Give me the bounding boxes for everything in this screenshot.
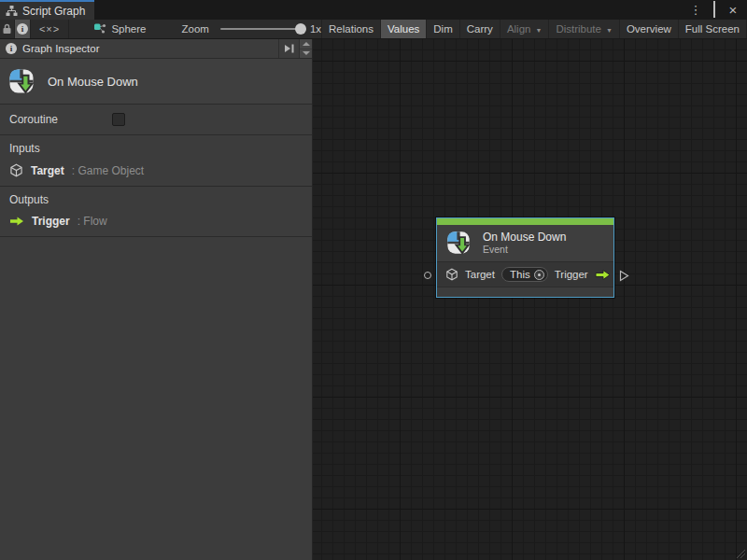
object-picker-icon[interactable] (534, 270, 544, 280)
tab-script-graph[interactable]: Script Graph (0, 0, 94, 20)
output-port-definition: Trigger : Flow (9, 215, 303, 228)
graph-reference-label: Sphere (111, 23, 146, 35)
event-color-strip (437, 218, 613, 225)
unit-title: On Mouse Down (48, 75, 138, 89)
graph-inspector-panel: i Graph Inspector (0, 39, 313, 560)
window-controls: ⋮ × (689, 0, 747, 20)
toolbar-button-fullscreen[interactable]: Full Screen (679, 20, 747, 38)
inputs-section: Inputs Target : Game Object (0, 135, 312, 187)
scroll-down-icon[interactable] (300, 49, 312, 59)
graph-inspector-title: Graph Inspector (22, 43, 99, 54)
chevron-down-icon: ▼ (606, 27, 613, 34)
graph-reference[interactable]: Sphere (93, 20, 146, 38)
maximize-icon[interactable] (708, 1, 721, 19)
outputs-section: Outputs Trigger : Flow (0, 187, 312, 237)
trigger-flow-port-icon[interactable] (595, 269, 611, 281)
lock-icon[interactable] (0, 20, 15, 38)
toolbar-button-align[interactable]: Align ▼ (500, 20, 550, 38)
node-footer (437, 287, 613, 297)
inputs-title: Inputs (9, 142, 303, 155)
graph-canvas[interactable]: On Mouse Down Event Target This Trigger (313, 39, 747, 560)
coroutine-checkbox[interactable] (112, 113, 125, 126)
toolbar-button-carry[interactable]: Carry (460, 20, 500, 38)
graph-inspector-header: i Graph Inspector (0, 39, 312, 59)
inspector-toggle-info-icon[interactable]: i (15, 20, 30, 38)
inspector-empty-area (0, 237, 312, 560)
input-port-definition: Target : Game Object (9, 163, 303, 177)
node-subtitle: Event (483, 244, 566, 255)
toolbar-button-relations[interactable]: Relations (321, 20, 381, 38)
zoom-label: Zoom (181, 23, 208, 35)
info-icon: i (17, 23, 28, 35)
toolbar-toggle-group: Relations Values Dim Carry Align ▼ Distr… (321, 20, 747, 38)
unit-header: On Mouse Down (0, 59, 312, 105)
tab-label: Script Graph (22, 5, 85, 18)
outputs-title: Outputs (9, 193, 303, 206)
node-left-relation-port[interactable] (424, 272, 431, 279)
cube-icon (9, 163, 23, 177)
flow-arrow-icon (9, 216, 24, 227)
resize-grip[interactable] (736, 549, 745, 558)
info-icon: i (6, 43, 17, 54)
dock-panel-icon[interactable] (278, 39, 299, 58)
mouse-down-icon (7, 67, 35, 95)
code-preview-icon[interactable]: <×> (31, 20, 70, 38)
toolbar-button-dim[interactable]: Dim (427, 20, 459, 38)
scroll-up-icon[interactable] (300, 39, 312, 49)
chevron-down-icon: ▼ (535, 27, 542, 34)
mouse-down-icon (445, 230, 472, 256)
graph-toolbar: i <×> Sphere Zoom 1x Relations Values Di… (0, 20, 747, 39)
coroutine-label: Coroutine (9, 113, 58, 126)
toolbar-button-distribute[interactable]: Distribute ▼ (549, 20, 620, 38)
coroutine-row: Coroutine (0, 105, 312, 135)
zoom-slider-handle[interactable] (295, 23, 306, 35)
zoom-control: Zoom 1x (181, 20, 321, 38)
target-port-label: Target (465, 269, 495, 280)
window-menu-icon[interactable]: ⋮ (689, 1, 702, 19)
node-header[interactable]: On Mouse Down Event (437, 225, 613, 261)
close-icon[interactable]: × (726, 1, 740, 19)
on-mouse-down-node[interactable]: On Mouse Down Event Target This Trigger (436, 217, 614, 298)
zoom-value: 1x (310, 23, 321, 35)
trigger-port-label: Trigger (555, 269, 588, 280)
target-value-field[interactable]: This (501, 267, 548, 282)
zoom-slider[interactable] (220, 28, 303, 30)
cube-icon (445, 268, 458, 281)
script-graph-asset-icon (93, 22, 106, 35)
node-right-relation-port[interactable] (619, 270, 629, 282)
node-port-row: Target This Trigger (437, 261, 613, 287)
toolbar-button-values[interactable]: Values (381, 20, 427, 38)
toolbar-button-overview[interactable]: Overview (620, 20, 679, 38)
title-bar: Script Graph ⋮ × (0, 0, 747, 20)
graph-hierarchy-icon (6, 5, 18, 17)
node-title: On Mouse Down (483, 231, 566, 244)
panel-scroll-spinner (299, 39, 312, 58)
